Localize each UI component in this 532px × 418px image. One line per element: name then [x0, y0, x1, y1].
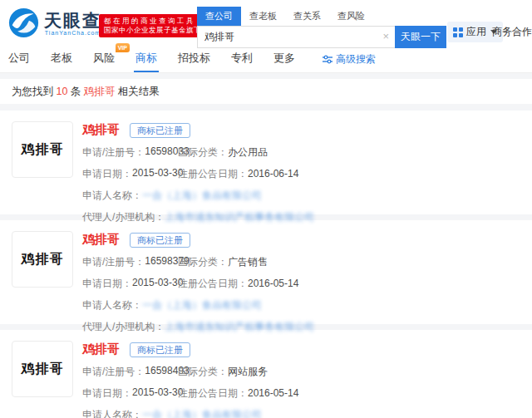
search-module: 查公司 查老板 查关系 查风险 × 天眼一下	[197, 7, 446, 48]
logo-title: 天眼查	[44, 11, 101, 30]
applicant-link[interactable]: 一合（上海）食品有限公司	[142, 298, 262, 312]
nav-item-patent[interactable]: 专利	[229, 46, 254, 72]
logo-subtitle: TianYanCha.com	[45, 30, 101, 36]
agent-link[interactable]: 上海市浦东知识产权事务有限公司	[165, 210, 314, 224]
class-value: 网站服务	[228, 366, 268, 377]
trademark-title-link[interactable]: 鸡排哥	[82, 122, 120, 138]
trademark-image[interactable]: 鸡排哥	[12, 121, 73, 178]
trademark-result-card: 鸡排哥 鸡排哥 商标已注册 申请/注册号：16598493 国际分类：网站服务 …	[0, 330, 532, 418]
status-badge: 商标已注册	[130, 342, 190, 357]
pub-date-label: 注册公告日期：	[178, 278, 248, 289]
nav-item-trademark[interactable]: 商标	[134, 46, 159, 72]
search-button[interactable]: 天眼一下	[395, 26, 446, 48]
class-value: 办公用品	[228, 146, 268, 158]
nav-item-risk[interactable]: 风险 VIP	[91, 46, 116, 72]
search-tab-relation[interactable]: 查关系	[285, 7, 329, 26]
clear-icon[interactable]: ×	[382, 31, 389, 42]
reg-no-label: 申请/注册号：	[82, 255, 145, 269]
header: 天眼查 TianYanCha.com 都在用的商业查询工具 国家中小企业发展子基…	[0, 0, 532, 46]
applicant-label: 申请人名称：	[82, 298, 142, 312]
divider	[0, 73, 532, 79]
pub-date-label: 注册公告日期：	[178, 168, 248, 179]
class-label: 国际分类：	[178, 146, 228, 158]
trademark-title-link[interactable]: 鸡排哥	[82, 342, 120, 357]
applicant-label: 申请人名称：	[82, 189, 142, 203]
search-input[interactable]	[197, 26, 395, 48]
search-tabs: 查公司 查老板 查关系 查风险	[197, 7, 446, 26]
pub-date-value: 2016-05-14	[248, 387, 298, 399]
apply-date-value: 2015-03-30	[132, 167, 183, 181]
vip-badge: VIP	[116, 43, 130, 52]
class-label: 国际分类：	[178, 366, 228, 377]
advanced-search-link[interactable]: 高级搜索	[323, 46, 376, 72]
pub-date-value: 2016-06-14	[248, 168, 298, 179]
agent-link[interactable]: 上海市浦东知识产权事务有限公司	[165, 320, 314, 334]
apply-date-label: 申请日期：	[82, 167, 132, 181]
apply-date-value: 2015-03-30	[132, 277, 183, 291]
applicant-link[interactable]: 一合（上海）食品有限公司	[142, 408, 262, 418]
result-count: 10	[56, 86, 67, 97]
result-summary: 为您找到 10 条 鸡排哥 相关结果	[0, 79, 532, 104]
status-badge: 商标已注册	[130, 123, 190, 138]
tianyancha-logo[interactable]: 天眼查 TianYanCha.com	[8, 7, 101, 38]
trademark-title-link[interactable]: 鸡排哥	[82, 232, 120, 248]
trademark-image[interactable]: 鸡排哥	[12, 341, 73, 397]
category-nav: 公司 老板 风险 VIP 商标 招投标 专利 更多 高级搜索	[0, 46, 532, 73]
apply-date-label: 申请日期：	[82, 386, 132, 401]
filter-sliders-icon	[323, 55, 332, 64]
search-tab-boss[interactable]: 查老板	[241, 7, 285, 26]
divider	[0, 104, 532, 111]
pub-date-value: 2016-05-14	[248, 278, 298, 289]
apps-grid-icon	[453, 27, 463, 37]
nav-item-bidding[interactable]: 招投标	[176, 46, 212, 72]
apply-date-label: 申请日期：	[82, 277, 132, 291]
apps-label: 应用	[466, 25, 486, 39]
trademark-result-card: 鸡排哥 鸡排哥 商标已注册 申请/注册号：16598033 国际分类：办公用品 …	[0, 111, 532, 214]
agent-label: 代理人/办理机构：	[82, 320, 165, 334]
nav-item-more[interactable]: 更多	[272, 46, 297, 72]
nav-item-company[interactable]: 公司	[7, 46, 32, 72]
apply-date-value: 2015-03-30	[132, 386, 183, 401]
reg-no-label: 申请/注册号：	[82, 365, 145, 379]
business-cooperation-link[interactable]: 商务合作	[492, 25, 532, 39]
applicant-label: 申请人名称：	[82, 408, 142, 418]
agent-label: 代理人/办理机构：	[82, 210, 165, 224]
trademark-result-card: 鸡排哥 鸡排哥 商标已注册 申请/注册号：16598379 国际分类：广告销售 …	[0, 220, 532, 324]
class-label: 国际分类：	[178, 256, 228, 268]
applicant-link[interactable]: 一合（上海）食品有限公司	[142, 189, 262, 203]
trademark-image[interactable]: 鸡排哥	[12, 231, 73, 288]
pub-date-label: 注册公告日期：	[178, 387, 248, 399]
status-badge: 商标已注册	[130, 233, 190, 248]
tianyancha-eye-icon	[8, 7, 39, 38]
search-tab-risk[interactable]: 查风险	[329, 7, 373, 26]
search-tab-company[interactable]: 查公司	[197, 7, 241, 26]
search-keyword: 鸡排哥	[84, 86, 116, 97]
class-value: 广告销售	[228, 256, 268, 268]
nav-item-boss[interactable]: 老板	[49, 46, 74, 72]
reg-no-label: 申请/注册号：	[82, 145, 145, 160]
